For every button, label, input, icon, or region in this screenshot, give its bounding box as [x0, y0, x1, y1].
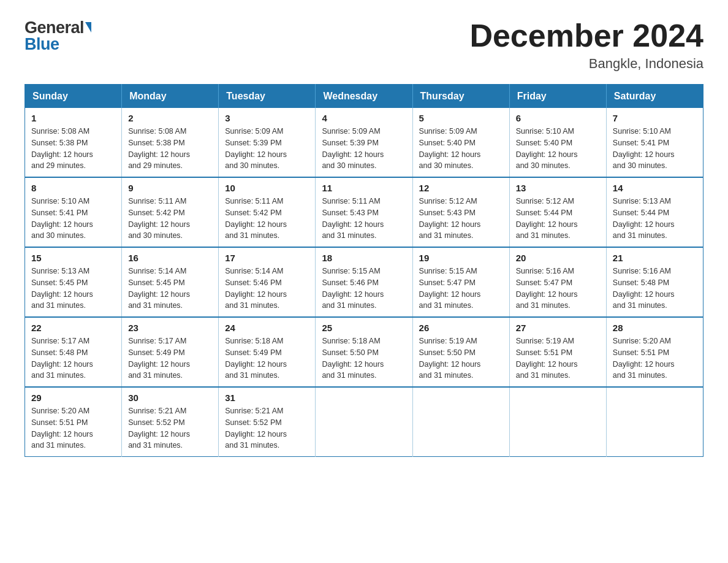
page-title: December 2024	[469, 18, 703, 53]
logo: General Blue	[25, 18, 91, 54]
day-info: Sunrise: 5:09 AMSunset: 5:40 PMDaylight:…	[419, 126, 503, 172]
calendar-day-cell: 24Sunrise: 5:18 AMSunset: 5:49 PMDayligh…	[219, 317, 316, 387]
day-number: 28	[613, 323, 697, 333]
day-number: 29	[31, 393, 115, 403]
day-info: Sunrise: 5:10 AMSunset: 5:40 PMDaylight:…	[516, 126, 600, 172]
calendar-day-cell: 18Sunrise: 5:15 AMSunset: 5:46 PMDayligh…	[316, 247, 412, 317]
day-info: Sunrise: 5:10 AMSunset: 5:41 PMDaylight:…	[613, 126, 697, 172]
empty-cell	[509, 387, 606, 457]
empty-cell	[412, 387, 509, 457]
header-wednesday: Wednesday	[316, 85, 412, 109]
day-info: Sunrise: 5:16 AMSunset: 5:48 PMDaylight:…	[613, 266, 697, 312]
day-info: Sunrise: 5:12 AMSunset: 5:44 PMDaylight:…	[516, 196, 600, 242]
calendar-week-row: 15Sunrise: 5:13 AMSunset: 5:45 PMDayligh…	[25, 247, 703, 317]
calendar-day-cell: 9Sunrise: 5:11 AMSunset: 5:42 PMDaylight…	[122, 177, 219, 247]
header-monday: Monday	[122, 85, 219, 109]
day-info: Sunrise: 5:19 AMSunset: 5:50 PMDaylight:…	[419, 335, 503, 381]
day-number: 18	[322, 253, 406, 263]
calendar-day-cell: 29Sunrise: 5:20 AMSunset: 5:51 PMDayligh…	[25, 387, 122, 457]
day-info: Sunrise: 5:19 AMSunset: 5:51 PMDaylight:…	[516, 335, 600, 381]
day-info: Sunrise: 5:21 AMSunset: 5:52 PMDaylight:…	[128, 405, 212, 451]
day-number: 24	[225, 323, 309, 333]
day-number: 15	[31, 253, 115, 263]
day-info: Sunrise: 5:09 AMSunset: 5:39 PMDaylight:…	[225, 126, 309, 172]
calendar-day-cell: 31Sunrise: 5:21 AMSunset: 5:52 PMDayligh…	[219, 387, 316, 457]
calendar-day-cell: 26Sunrise: 5:19 AMSunset: 5:50 PMDayligh…	[412, 317, 509, 387]
day-number: 21	[613, 253, 697, 263]
day-info: Sunrise: 5:13 AMSunset: 5:45 PMDaylight:…	[31, 266, 115, 312]
calendar-day-cell: 25Sunrise: 5:18 AMSunset: 5:50 PMDayligh…	[316, 317, 412, 387]
day-number: 13	[516, 183, 600, 193]
calendar-day-cell: 23Sunrise: 5:17 AMSunset: 5:49 PMDayligh…	[122, 317, 219, 387]
calendar-day-cell: 2Sunrise: 5:08 AMSunset: 5:38 PMDaylight…	[122, 108, 219, 177]
title-area: December 2024 Bangkle, Indonesia	[469, 18, 703, 72]
day-info: Sunrise: 5:10 AMSunset: 5:41 PMDaylight:…	[31, 196, 115, 242]
page-header: General Blue December 2024 Bangkle, Indo…	[25, 18, 703, 72]
day-number: 19	[419, 253, 503, 263]
header-tuesday: Tuesday	[219, 85, 316, 109]
day-number: 25	[322, 323, 406, 333]
day-number: 31	[225, 393, 309, 403]
day-info: Sunrise: 5:21 AMSunset: 5:52 PMDaylight:…	[225, 405, 309, 451]
empty-cell	[316, 387, 412, 457]
calendar-day-cell: 22Sunrise: 5:17 AMSunset: 5:48 PMDayligh…	[25, 317, 122, 387]
header-sunday: Sunday	[25, 85, 122, 109]
calendar-day-cell: 21Sunrise: 5:16 AMSunset: 5:48 PMDayligh…	[606, 247, 703, 317]
calendar-day-cell: 20Sunrise: 5:16 AMSunset: 5:47 PMDayligh…	[509, 247, 606, 317]
day-info: Sunrise: 5:15 AMSunset: 5:46 PMDaylight:…	[322, 266, 406, 312]
day-info: Sunrise: 5:12 AMSunset: 5:43 PMDaylight:…	[419, 196, 503, 242]
day-info: Sunrise: 5:08 AMSunset: 5:38 PMDaylight:…	[31, 126, 115, 172]
day-info: Sunrise: 5:11 AMSunset: 5:42 PMDaylight:…	[128, 196, 212, 242]
day-info: Sunrise: 5:20 AMSunset: 5:51 PMDaylight:…	[613, 335, 697, 381]
day-info: Sunrise: 5:11 AMSunset: 5:42 PMDaylight:…	[225, 196, 309, 242]
logo-blue-text: Blue	[25, 35, 59, 54]
day-number: 14	[613, 183, 697, 193]
page-subtitle: Bangkle, Indonesia	[469, 56, 703, 72]
calendar-header-row: SundayMondayTuesdayWednesdayThursdayFrid…	[25, 85, 703, 109]
day-info: Sunrise: 5:16 AMSunset: 5:47 PMDaylight:…	[516, 266, 600, 312]
calendar-day-cell: 14Sunrise: 5:13 AMSunset: 5:44 PMDayligh…	[606, 177, 703, 247]
calendar-week-row: 29Sunrise: 5:20 AMSunset: 5:51 PMDayligh…	[25, 387, 703, 457]
calendar-day-cell: 15Sunrise: 5:13 AMSunset: 5:45 PMDayligh…	[25, 247, 122, 317]
calendar-day-cell: 17Sunrise: 5:14 AMSunset: 5:46 PMDayligh…	[219, 247, 316, 317]
day-info: Sunrise: 5:15 AMSunset: 5:47 PMDaylight:…	[419, 266, 503, 312]
day-number: 26	[419, 323, 503, 333]
calendar-day-cell: 4Sunrise: 5:09 AMSunset: 5:39 PMDaylight…	[316, 108, 412, 177]
day-info: Sunrise: 5:13 AMSunset: 5:44 PMDaylight:…	[613, 196, 697, 242]
day-number: 12	[419, 183, 503, 193]
day-number: 3	[225, 113, 309, 123]
header-friday: Friday	[509, 85, 606, 109]
day-info: Sunrise: 5:17 AMSunset: 5:49 PMDaylight:…	[128, 335, 212, 381]
day-info: Sunrise: 5:17 AMSunset: 5:48 PMDaylight:…	[31, 335, 115, 381]
day-info: Sunrise: 5:14 AMSunset: 5:45 PMDaylight:…	[128, 266, 212, 312]
day-number: 8	[31, 183, 115, 193]
day-number: 17	[225, 253, 309, 263]
calendar-day-cell: 10Sunrise: 5:11 AMSunset: 5:42 PMDayligh…	[219, 177, 316, 247]
header-saturday: Saturday	[606, 85, 703, 109]
calendar-day-cell: 11Sunrise: 5:11 AMSunset: 5:43 PMDayligh…	[316, 177, 412, 247]
day-info: Sunrise: 5:20 AMSunset: 5:51 PMDaylight:…	[31, 405, 115, 451]
calendar-day-cell: 1Sunrise: 5:08 AMSunset: 5:38 PMDaylight…	[25, 108, 122, 177]
day-number: 7	[613, 113, 697, 123]
calendar-day-cell: 12Sunrise: 5:12 AMSunset: 5:43 PMDayligh…	[412, 177, 509, 247]
calendar-week-row: 22Sunrise: 5:17 AMSunset: 5:48 PMDayligh…	[25, 317, 703, 387]
day-number: 6	[516, 113, 600, 123]
day-number: 5	[419, 113, 503, 123]
day-info: Sunrise: 5:08 AMSunset: 5:38 PMDaylight:…	[128, 126, 212, 172]
calendar-day-cell: 13Sunrise: 5:12 AMSunset: 5:44 PMDayligh…	[509, 177, 606, 247]
day-number: 22	[31, 323, 115, 333]
calendar-day-cell: 27Sunrise: 5:19 AMSunset: 5:51 PMDayligh…	[509, 317, 606, 387]
logo-triangle-icon	[85, 22, 91, 33]
empty-cell	[606, 387, 703, 457]
day-number: 16	[128, 253, 212, 263]
day-number: 1	[31, 113, 115, 123]
calendar-day-cell: 6Sunrise: 5:10 AMSunset: 5:40 PMDaylight…	[509, 108, 606, 177]
calendar-day-cell: 16Sunrise: 5:14 AMSunset: 5:45 PMDayligh…	[122, 247, 219, 317]
calendar-day-cell: 3Sunrise: 5:09 AMSunset: 5:39 PMDaylight…	[219, 108, 316, 177]
day-number: 30	[128, 393, 212, 403]
header-thursday: Thursday	[412, 85, 509, 109]
calendar-week-row: 8Sunrise: 5:10 AMSunset: 5:41 PMDaylight…	[25, 177, 703, 247]
calendar-day-cell: 7Sunrise: 5:10 AMSunset: 5:41 PMDaylight…	[606, 108, 703, 177]
day-info: Sunrise: 5:09 AMSunset: 5:39 PMDaylight:…	[322, 126, 406, 172]
day-number: 2	[128, 113, 212, 123]
